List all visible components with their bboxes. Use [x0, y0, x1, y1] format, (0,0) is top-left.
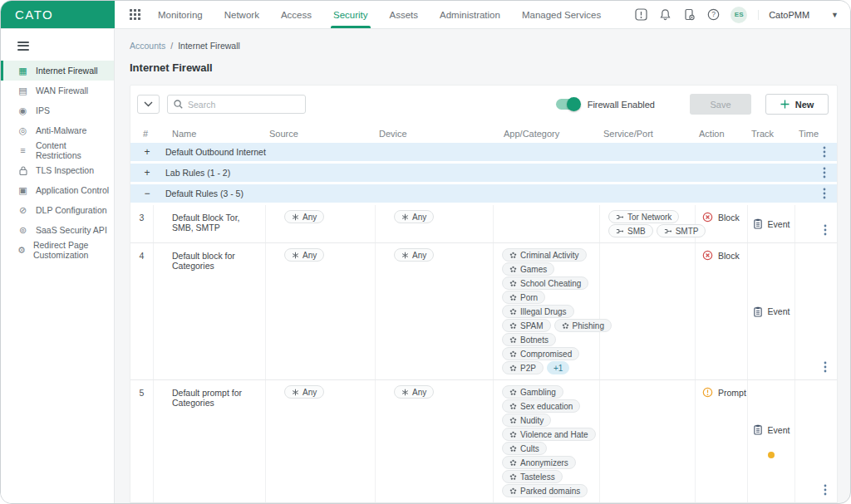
breadcrumb-accounts-link[interactable]: Accounts — [130, 41, 165, 51]
nav-item-managed-services[interactable]: Managed Services — [511, 1, 612, 28]
avatar-initials: ES — [735, 11, 744, 18]
user-avatar[interactable]: ES — [730, 7, 747, 23]
nav-item-security[interactable]: Security — [322, 1, 379, 28]
sidebar-item-content-restrictions[interactable]: ≡Content Restrictions — [1, 140, 114, 160]
chip-line: School Cheating — [502, 276, 588, 290]
group-row-lab-rules-1-2[interactable]: +Lab Rules (1 - 2) — [130, 164, 837, 182]
event-icon — [753, 306, 763, 317]
chip-line: Illegal Drugs — [502, 305, 574, 318]
any-icon — [292, 252, 299, 259]
category-icon — [509, 294, 517, 301]
app-category-cell — [494, 205, 600, 242]
collapse-group-icon[interactable]: − — [142, 188, 152, 198]
any-chip: Any — [394, 210, 434, 223]
chip-line: Games — [502, 262, 554, 276]
gambling-chip: Gambling — [502, 385, 563, 399]
sidebar-item-redirect-page-customization[interactable]: ⚙Redirect Page Customization — [1, 240, 114, 260]
tls-inspection-icon — [17, 166, 28, 175]
nav-item-network[interactable]: Network — [214, 1, 270, 28]
app-category-cell: Criminal ActivityGamesSchool CheatingPor… — [494, 243, 600, 379]
chip-label: P2P — [520, 364, 536, 373]
track-event: Event — [753, 424, 790, 435]
help-icon[interactable]: ? — [706, 8, 720, 22]
rule-menu-kebab-icon[interactable] — [824, 361, 827, 373]
rule-menu-kebab-icon[interactable] — [824, 224, 827, 236]
more-chip: +1 — [547, 361, 569, 374]
group-row-default-rules-3-5[interactable]: −Default Rules (3 - 5) — [130, 184, 837, 203]
notifications-bell-icon[interactable] — [658, 8, 671, 22]
release-notes-icon[interactable] — [634, 8, 647, 22]
nav-item-monitoring[interactable]: Monitoring — [147, 1, 214, 28]
device-cell: Any — [376, 205, 494, 242]
sidebar-item-wan-firewall[interactable]: ▤WAN Firewall — [1, 81, 114, 100]
chip-label: Porn — [520, 293, 538, 302]
sidebar-item-label: Redirect Page Customization — [33, 240, 114, 260]
sidebar-item-label: TLS Inspection — [36, 165, 94, 175]
chip-label: Violence and Hate — [520, 430, 588, 439]
action-cell: Prompt — [696, 380, 748, 502]
tor-network-chip: Tor Network — [608, 210, 679, 223]
rule-row-5[interactable]: 5Default prompt for CategoriesAnyAnyGamb… — [130, 380, 837, 503]
wan-firewall-icon: ▤ — [17, 86, 28, 96]
source-cell: Any — [266, 243, 376, 379]
apps-grid-icon[interactable] — [123, 1, 147, 28]
chip-label: Anonymizers — [520, 458, 568, 467]
service-icon — [664, 228, 672, 235]
expand-group-icon[interactable]: + — [142, 147, 152, 157]
chip-label: Compromised — [520, 350, 572, 359]
sidebar-item-tls-inspection[interactable]: TLS Inspection — [1, 160, 114, 180]
redirect-page-customization-icon: ⚙ — [17, 245, 26, 256]
chip-line: Any — [284, 210, 324, 223]
sidebar-item-saas-security-api[interactable]: ⊚SaaS Security API — [1, 220, 114, 240]
new-rule-button[interactable]: New — [765, 94, 829, 115]
nav-item-administration[interactable]: Administration — [429, 1, 511, 28]
chip-label: Sex education — [520, 402, 573, 411]
sidebar-item-ips[interactable]: ◉IPS — [1, 100, 114, 120]
column-header-: # — [130, 129, 154, 139]
event-icon — [753, 218, 763, 229]
group-menu-kebab-icon[interactable] — [823, 167, 826, 179]
category-icon — [509, 322, 517, 330]
search-input[interactable] — [188, 100, 299, 110]
cults-chip: Cults — [502, 442, 547, 455]
chip-line: Parked domains — [502, 484, 588, 497]
expand-collapse-all-button[interactable] — [137, 95, 160, 114]
firewall-rules-panel: Firewall Enabled Save New #NameSourceDev… — [130, 85, 838, 503]
any-chip: Any — [394, 385, 434, 399]
sidebar-item-anti-malware[interactable]: ◎Anti-Malware — [1, 120, 114, 140]
rule-row-3[interactable]: 3Default Block Tor, SMB, SMTPAnyAnyTor N… — [130, 205, 837, 243]
account-selector[interactable]: CatoPMM ▼ — [758, 10, 839, 20]
sidebar-item-internet-firewall[interactable]: ▦Internet Firewall — [1, 61, 114, 81]
chip-line: Anonymizers — [502, 456, 576, 469]
chip-line: Criminal Activity — [502, 248, 587, 262]
track-cell: Event — [748, 243, 795, 379]
sidebar-item-application-control[interactable]: ▣Application Control — [1, 180, 114, 200]
svg-text:?: ? — [711, 10, 716, 18]
action-label: Prompt — [718, 387, 746, 398]
category-icon — [562, 322, 569, 330]
firewall-enabled-toggle[interactable] — [556, 99, 580, 110]
anti-malware-icon: ◎ — [17, 125, 28, 136]
chip-label: School Cheating — [520, 279, 581, 288]
rule-row-4[interactable]: 4Default block for CategoriesAnyAnyCrimi… — [130, 243, 837, 380]
nav-item-assets[interactable]: Assets — [379, 1, 430, 28]
internet-firewall-icon: ▦ — [17, 66, 28, 76]
group-menu-kebab-icon[interactable] — [823, 188, 826, 199]
device-status-icon[interactable] — [682, 8, 696, 22]
rule-menu-kebab-icon[interactable] — [824, 484, 827, 496]
sidebar-collapse-icon[interactable] — [1, 29, 114, 61]
chip-label: Games — [520, 265, 547, 274]
sidebar-item-dlp-configuration[interactable]: ⊘DLP Configuration — [1, 200, 114, 220]
block-icon — [702, 212, 713, 223]
group-menu-kebab-icon[interactable] — [823, 146, 826, 158]
group-row-default-outbound-internet[interactable]: +Default Outbound Internet — [130, 143, 837, 161]
any-icon — [401, 213, 409, 221]
expand-group-icon[interactable]: + — [142, 168, 152, 178]
rule-name: Default Block Tor, SMB, SMTP — [154, 205, 266, 242]
column-header-name: Name — [154, 129, 266, 139]
botnets-chip: Botnets — [502, 333, 556, 346]
save-button[interactable]: Save — [690, 94, 751, 115]
group-name: Default Rules (3 - 5) — [165, 188, 243, 198]
nav-item-access[interactable]: Access — [270, 1, 322, 28]
rules-table-body: +Default Outbound Internet+Lab Rules (1 … — [130, 143, 837, 503]
